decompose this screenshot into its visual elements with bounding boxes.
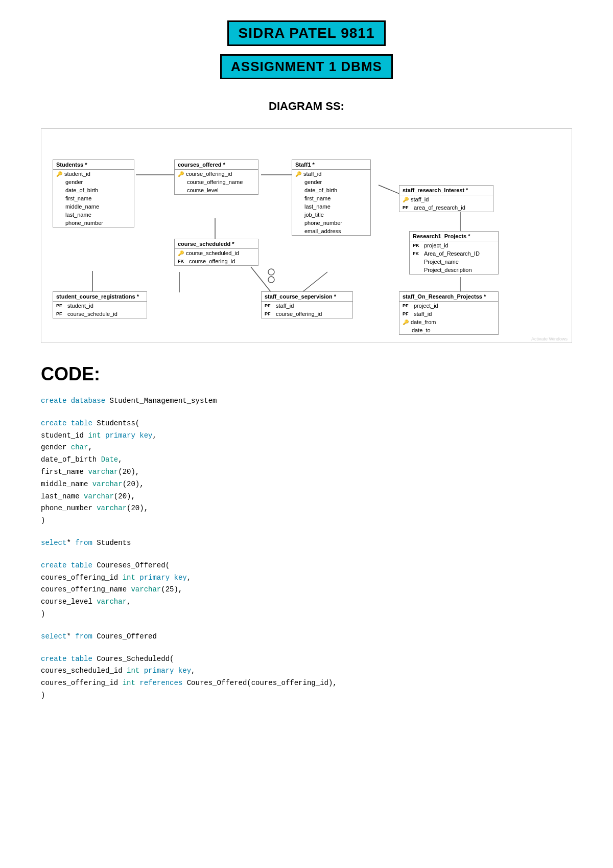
er-table-staff-research: staff_research_Interest * 🔑staff_id PFar… — [399, 185, 493, 212]
svg-point-11 — [268, 277, 274, 283]
diagram-title: DIAGRAM SS: — [41, 100, 572, 113]
code-studentss-table: create table Studentss( student_id int p… — [41, 418, 572, 527]
table-header-studentss: Studentss * — [53, 160, 134, 170]
er-table-courses-offered: courses_offered * 🔑course_offering_id co… — [174, 159, 258, 195]
er-table-research-projects: Research1_Projects * PKproject_id FKArea… — [409, 231, 499, 275]
er-table-staff-on-research: staff_On_Research_Projectss * PFproject_… — [399, 291, 499, 335]
code-select-students: select* from Students — [41, 537, 572, 550]
er-table-course-scheduledd: course_scheduledd * 🔑course_scheduled_id… — [174, 239, 258, 266]
svg-line-4 — [251, 267, 271, 292]
code-db-create: create database Student_Management_syste… — [41, 395, 572, 407]
svg-point-10 — [268, 269, 274, 275]
diagram-container: Studentss * 🔑student_id gender date_of_b… — [41, 128, 572, 343]
code-select-courses-offered: select* from Coures_Offered — [41, 631, 572, 643]
svg-line-6 — [302, 272, 327, 292]
er-table-studentss: Studentss * 🔑student_id gender date_of_b… — [53, 159, 134, 227]
code-courses-offered-table: create table Coureses_Offered( coures_of… — [41, 560, 572, 621]
er-table-staff-course-supervision: staff_course_sepervision * PFstaff_id PF… — [261, 291, 353, 318]
page-subtitle: ASSIGNMENT 1 DBMS — [231, 59, 382, 75]
er-table-student-course-reg: student_course_registrations * PFstudent… — [53, 291, 147, 318]
er-table-staff1: Staff1 * 🔑staff_id gender date_of_birth … — [292, 159, 371, 236]
page-title: SIDRA PATEL 9811 — [238, 25, 374, 41]
title-box: SIDRA PATEL 9811 — [41, 20, 572, 50]
subtitle-box: ASSIGNMENT 1 DBMS — [41, 54, 572, 79]
header: SIDRA PATEL 9811 ASSIGNMENT 1 DBMS — [41, 20, 572, 79]
watermark: Activate Windows — [531, 336, 568, 341]
code-title: CODE: — [41, 363, 572, 385]
code-courses-scheduledd-table: create table Coures_Scheduledd( coures_s… — [41, 653, 572, 702]
